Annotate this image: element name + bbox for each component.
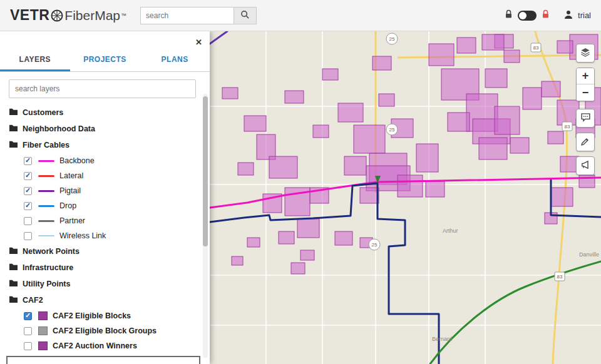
map-canvas[interactable]: 252525838383ArthurDanvilleBernard xyxy=(210,31,601,364)
vetro-logo: VETR FiberMap™ xyxy=(10,7,126,24)
tab-plans[interactable]: PLANS xyxy=(140,50,210,71)
folder-label: CAF2 xyxy=(23,296,43,305)
layer-label: CAF2 Auction Winners xyxy=(53,341,137,350)
map-layers-button[interactable] xyxy=(576,44,595,63)
folder-label: Neighborhood Data xyxy=(23,124,95,133)
folder-icon xyxy=(9,246,18,257)
draw-tool-button[interactable] xyxy=(576,133,595,151)
layer-label: Backbone xyxy=(59,156,95,165)
global-search-input[interactable] xyxy=(140,7,234,24)
search-icon xyxy=(240,10,250,21)
toggle-knob xyxy=(519,12,527,19)
layer-row-partner: Partner xyxy=(0,213,210,228)
layer-row-drop: Drop xyxy=(0,198,210,213)
global-search xyxy=(140,7,257,24)
zoom-out-button[interactable]: − xyxy=(577,84,594,101)
zoom-control: + − xyxy=(576,68,595,101)
announce-tool-button[interactable] xyxy=(576,156,595,175)
layer-folder-network-points[interactable]: Network Points xyxy=(0,243,210,260)
layer-row-caf2-auction-winners: CAF2 Auction Winners xyxy=(0,338,210,353)
layer-row-caf2-eligible-blocks: CAF2 Eligible Blocks xyxy=(0,308,210,323)
layer-checkbox[interactable] xyxy=(24,202,32,210)
layer-label: Pigtail xyxy=(59,186,81,195)
lock-icon[interactable] xyxy=(542,9,550,21)
unlock-icon[interactable] xyxy=(505,9,513,21)
product-text: FiberMap xyxy=(64,8,120,23)
layer-folder-fiber-cables[interactable]: Fiber Cables xyxy=(0,137,210,153)
layer-row-pigtail: Pigtail xyxy=(0,183,210,198)
folder-icon xyxy=(9,278,18,290)
svg-text:83: 83 xyxy=(557,274,563,280)
panel-scrollbar[interactable] xyxy=(203,94,208,358)
fill-swatch xyxy=(38,326,48,335)
comment-tool-button[interactable] xyxy=(576,109,595,128)
svg-text:Bernard: Bernard xyxy=(432,336,452,342)
line-swatch xyxy=(38,190,54,192)
fill-swatch xyxy=(38,341,48,350)
layer-checkbox[interactable] xyxy=(24,217,32,225)
layer-search xyxy=(9,79,196,98)
line-swatch xyxy=(38,235,54,236)
header-right: trial xyxy=(505,9,591,22)
line-swatch xyxy=(38,160,54,162)
layer-label: Partner xyxy=(59,216,85,225)
folder-icon xyxy=(9,107,18,118)
basemap-selector-partial[interactable] xyxy=(6,356,200,364)
fill-swatch xyxy=(38,311,48,320)
svg-text:83: 83 xyxy=(565,124,570,129)
trademark: ™ xyxy=(121,13,126,19)
layer-row-lateral: Lateral xyxy=(0,168,210,183)
map-controls: + − xyxy=(576,44,596,180)
layer-folder-infrastructure[interactable]: Infrastructure xyxy=(0,260,210,276)
layer-checkbox[interactable] xyxy=(24,232,32,240)
user-icon xyxy=(563,9,573,22)
line-swatch xyxy=(38,205,54,207)
layers-panel: ✕ LAYERS PROJECTS PLANS Customers Neighb… xyxy=(0,31,210,364)
panel-scrollbar-thumb[interactable] xyxy=(203,96,208,246)
folder-label: Fiber Cables xyxy=(23,141,69,149)
tab-projects[interactable]: PROJECTS xyxy=(70,50,140,71)
layer-row-wireless-link: Wireless Link xyxy=(0,228,210,243)
layer-checkbox[interactable] xyxy=(24,157,32,165)
map-area: 252525838383ArthurDanvilleBernard + − xyxy=(210,31,601,364)
layer-row-backbone: Backbone xyxy=(0,153,210,168)
comment-icon xyxy=(580,112,591,125)
layer-folder-neighborhood-data[interactable]: Neighborhood Data xyxy=(0,121,210,137)
layer-checkbox[interactable] xyxy=(24,342,32,350)
tab-layers[interactable]: LAYERS xyxy=(0,50,70,71)
user-menu[interactable]: trial xyxy=(563,9,591,22)
folder-icon xyxy=(9,262,18,273)
close-icon[interactable]: ✕ xyxy=(195,38,202,47)
layer-label: Lateral xyxy=(59,171,83,180)
megaphone-icon xyxy=(580,159,591,173)
layer-folder-caf2[interactable]: CAF2 xyxy=(0,292,210,308)
brand-text: VETR xyxy=(10,7,49,24)
layer-checkbox[interactable] xyxy=(24,312,32,320)
vetro-fibermap-app: 252525838383ArthurDanvilleBernard + − xyxy=(0,0,601,364)
layer-folder-customers[interactable]: Customers xyxy=(0,104,210,121)
top-bar: VETR FiberMap™ xyxy=(0,0,601,31)
svg-text:25: 25 xyxy=(389,36,395,42)
zoom-in-button[interactable]: + xyxy=(577,68,594,84)
layer-label: Drop xyxy=(59,201,76,210)
folder-label: Network Points xyxy=(23,247,80,256)
folder-label: Utility Points xyxy=(23,280,70,288)
pencil-icon xyxy=(580,136,591,149)
user-label: trial xyxy=(578,11,591,20)
layer-label: Wireless Link xyxy=(59,231,106,240)
layer-checkbox[interactable] xyxy=(24,172,32,180)
svg-text:Arthur: Arthur xyxy=(443,228,458,234)
svg-text:25: 25 xyxy=(372,242,378,248)
layer-label: CAF2 Eligible Blocks xyxy=(53,311,131,320)
lock-toggle[interactable] xyxy=(518,11,537,21)
global-search-button[interactable] xyxy=(234,7,257,24)
layer-checkbox[interactable] xyxy=(24,187,32,195)
line-swatch xyxy=(38,175,54,177)
layers-icon xyxy=(580,47,591,60)
svg-text:25: 25 xyxy=(389,127,395,133)
layer-folder-utility-points[interactable]: Utility Points xyxy=(0,276,210,292)
layer-label: CAF2 Eligible Block Groups xyxy=(53,326,157,335)
layer-checkbox[interactable] xyxy=(24,327,32,335)
layer-search-input[interactable] xyxy=(9,79,196,98)
svg-text:Danville: Danville xyxy=(579,251,599,258)
